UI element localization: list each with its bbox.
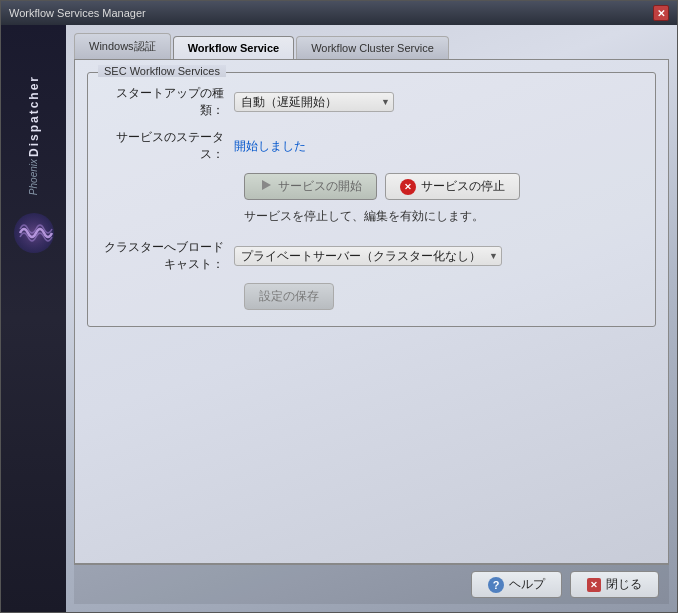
bottom-bar: ? ヘルプ ✕ 閉じる xyxy=(74,564,669,604)
startup-type-row: スタートアップの種類： 自動（遅延開始） ▼ xyxy=(104,85,639,119)
close-button[interactable]: ✕ 閉じる xyxy=(570,571,659,598)
service-status-row: サービスのステータス： 開始しました xyxy=(104,129,639,163)
start-service-label: サービスの開始 xyxy=(278,178,362,195)
cluster-broadcast-label: クラスターへブロードキャスト： xyxy=(104,239,234,273)
sidebar-wave-icon xyxy=(12,211,56,258)
startup-type-select-wrapper: 自動（遅延開始） ▼ xyxy=(234,92,394,112)
play-icon xyxy=(259,178,273,195)
sidebar-brand-sub: Phoenix xyxy=(28,159,39,195)
start-service-button[interactable]: サービスの開始 xyxy=(244,173,377,200)
section-legend: SEC Workflow Services xyxy=(98,65,226,77)
service-control-buttons: サービスの開始 サービスの停止 xyxy=(244,173,639,200)
main-content: Windows認証 Workflow Service Workflow Clus… xyxy=(66,25,677,612)
stop-circle-icon xyxy=(400,179,416,195)
close-label: 閉じる xyxy=(606,576,642,593)
title-bar: Workflow Services Manager ✕ xyxy=(1,1,677,25)
cluster-broadcast-select-wrapper: プライベートサーバー（クラスター化なし） ▼ xyxy=(234,246,502,266)
cluster-broadcast-row: クラスターへブロードキャスト： プライベートサーバー（クラスター化なし） ▼ xyxy=(104,239,639,273)
service-status-value: 開始しました xyxy=(234,138,306,155)
tab-workflow-service[interactable]: Workflow Service xyxy=(173,36,295,59)
save-settings-label: 設定の保存 xyxy=(259,288,319,305)
stop-service-label: サービスの停止 xyxy=(421,178,505,195)
sec-workflow-services-group: SEC Workflow Services スタートアップの種類： 自動（遅延開… xyxy=(87,72,656,327)
tab-workflow-cluster-service[interactable]: Workflow Cluster Service xyxy=(296,36,449,59)
help-button[interactable]: ? ヘルプ xyxy=(471,571,562,598)
main-window: Workflow Services Manager ✕ Dispatcher P… xyxy=(0,0,678,613)
tab-bar: Windows認証 Workflow Service Workflow Clus… xyxy=(74,33,669,59)
save-settings-button[interactable]: 設定の保存 xyxy=(244,283,334,310)
sidebar-brand-main: Dispatcher xyxy=(27,75,41,157)
service-status-label: サービスのステータス： xyxy=(104,129,234,163)
help-icon: ? xyxy=(488,577,504,593)
sidebar-brand-container: Dispatcher Phoenix xyxy=(27,45,41,195)
startup-type-label: スタートアップの種類： xyxy=(104,85,234,119)
stop-service-button[interactable]: サービスの停止 xyxy=(385,173,520,200)
service-info-text: サービスを停止して、編集を有効にします。 xyxy=(244,208,639,225)
svg-marker-1 xyxy=(262,180,271,190)
sidebar: Dispatcher Phoenix xyxy=(1,25,66,612)
close-icon: ✕ xyxy=(587,578,601,592)
tab-windows-auth[interactable]: Windows認証 xyxy=(74,33,171,59)
help-label: ヘルプ xyxy=(509,576,545,593)
startup-type-select[interactable]: 自動（遅延開始） xyxy=(234,92,394,112)
title-bar-text: Workflow Services Manager xyxy=(9,7,146,19)
title-bar-close-button[interactable]: ✕ xyxy=(653,5,669,21)
cluster-broadcast-select[interactable]: プライベートサーバー（クラスター化なし） xyxy=(234,246,502,266)
panel: SEC Workflow Services スタートアップの種類： 自動（遅延開… xyxy=(74,59,669,564)
